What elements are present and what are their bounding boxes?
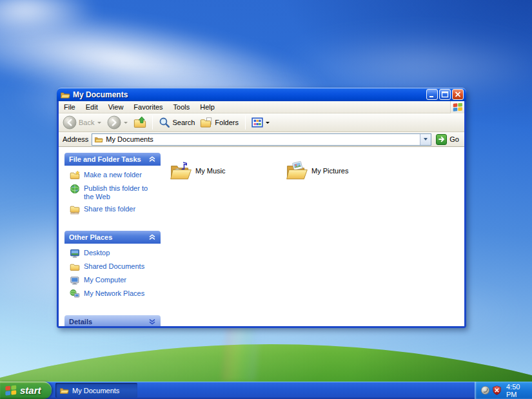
menu-favorites[interactable]: Favorites: [128, 102, 168, 112]
taskbar: start My Documents 4:50 P: [0, 382, 532, 399]
shared-folder-icon: [70, 262, 80, 272]
other-places-header[interactable]: Other Places: [64, 231, 161, 244]
back-button[interactable]: Back: [61, 115, 104, 130]
system-tray: 4:50 PM: [475, 382, 532, 399]
address-input[interactable]: [106, 135, 417, 143]
menu-file[interactable]: File: [59, 102, 81, 112]
go-label: Go: [449, 135, 459, 143]
back-label: Back: [79, 119, 94, 126]
toolbar: Back: [59, 113, 464, 132]
views-icon: [251, 117, 263, 128]
forward-dropdown-caret: [124, 122, 128, 124]
file-item-my-music[interactable]: My Music: [170, 158, 286, 184]
make-new-folder-link[interactable]: Make a new folder: [70, 170, 158, 180]
other-places-panel: Other Places: [64, 231, 161, 306]
windows-flag-icon: [5, 384, 17, 396]
desktop-icon: [70, 248, 80, 258]
windows-logo-icon: [450, 101, 464, 113]
my-music-folder-icon: [170, 161, 193, 181]
new-folder-icon: [70, 170, 80, 180]
forward-icon: [107, 115, 121, 130]
folder-open-icon: [59, 385, 69, 395]
chevron-up-icon: [148, 234, 156, 240]
folder-open-icon: [94, 135, 103, 144]
folder-open-icon: [60, 90, 70, 100]
views-dropdown-caret: [266, 122, 270, 124]
file-list: My Music: [166, 147, 464, 326]
task-pane: File and Folder Tasks Make a new fol: [59, 147, 166, 326]
volume-icon[interactable]: [480, 385, 490, 395]
address-bar: Address Go: [59, 132, 464, 147]
folders-icon: [200, 117, 213, 128]
network-icon: [70, 289, 80, 299]
my-pictures-folder-icon: [286, 161, 309, 181]
rainbow: [222, 319, 261, 382]
start-label: start: [20, 385, 41, 396]
maximize-button[interactable]: [439, 89, 451, 100]
address-dropdown-button[interactable]: [420, 134, 431, 145]
file-folder-tasks-header[interactable]: File and Folder Tasks: [64, 153, 161, 166]
clock[interactable]: 4:50 PM: [506, 383, 532, 398]
desktop-link[interactable]: Desktop: [70, 248, 158, 258]
file-item-my-pictures[interactable]: My Pictures: [286, 158, 402, 184]
chevron-down-icon: [424, 138, 428, 141]
details-header[interactable]: Details: [64, 315, 161, 326]
menu-help[interactable]: Help: [195, 102, 220, 112]
folders-label: Folders: [215, 119, 239, 126]
security-alert-icon[interactable]: [492, 385, 502, 395]
search-icon: [159, 117, 170, 128]
menu-bar: File Edit View Favorites Tools Help: [59, 101, 464, 113]
window-title: My Documents: [73, 90, 426, 99]
desktop: My Documents File Edit View Favorites To…: [0, 0, 532, 399]
menu-edit[interactable]: Edit: [81, 102, 103, 112]
file-folder-tasks-panel: File and Folder Tasks Make a new fol: [64, 153, 161, 221]
search-button[interactable]: Search: [157, 117, 197, 128]
my-documents-window: My Documents File Edit View Favorites To…: [57, 88, 466, 328]
publish-web-icon: [70, 184, 80, 194]
toolbar-separator: [152, 115, 153, 130]
publish-folder-link[interactable]: Publish this folder to the Web: [70, 184, 158, 201]
menu-view[interactable]: View: [103, 102, 129, 112]
my-network-places-link[interactable]: My Network Places: [70, 289, 158, 299]
chevron-down-icon: [148, 318, 156, 325]
share-folder-link[interactable]: Share this folder: [70, 204, 158, 215]
back-dropdown-caret: [97, 122, 101, 124]
search-label: Search: [172, 119, 195, 126]
minimize-button[interactable]: [426, 89, 438, 100]
chevron-up-icon: [148, 156, 156, 162]
go-button[interactable]: Go: [435, 133, 462, 146]
close-button[interactable]: [452, 89, 464, 100]
toolbar-separator: [245, 115, 246, 130]
menu-tools[interactable]: Tools: [168, 102, 195, 112]
taskbar-button-my-documents[interactable]: My Documents: [55, 383, 137, 398]
folder-up-icon: [133, 116, 146, 129]
go-arrow-icon: [436, 134, 447, 145]
address-field[interactable]: [92, 133, 431, 146]
address-label: Address: [63, 135, 88, 143]
share-folder-icon: [70, 204, 80, 215]
views-button[interactable]: [250, 117, 272, 128]
up-button[interactable]: [132, 116, 148, 129]
details-panel: Details: [64, 315, 161, 326]
back-icon: [63, 115, 77, 130]
forward-button[interactable]: [106, 115, 130, 130]
my-computer-link[interactable]: My Computer: [70, 275, 158, 286]
start-button[interactable]: start: [0, 382, 52, 399]
window-titlebar[interactable]: My Documents: [57, 88, 466, 101]
folders-button[interactable]: Folders: [199, 117, 241, 128]
computer-icon: [70, 275, 80, 286]
shared-documents-link[interactable]: Shared Documents: [70, 262, 158, 272]
